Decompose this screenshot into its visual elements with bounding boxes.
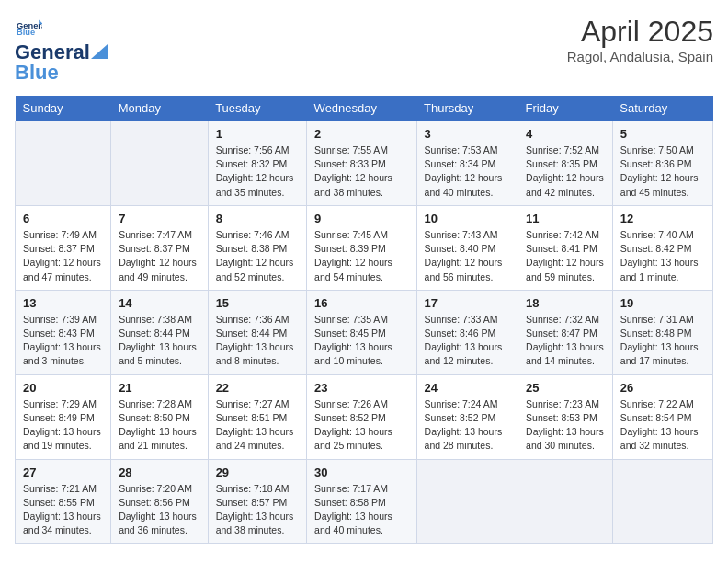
day-cell: 19Sunrise: 7:31 AMSunset: 8:48 PMDayligh… <box>612 290 712 374</box>
day-number: 8 <box>216 212 299 225</box>
header-cell-thursday: Thursday <box>416 96 518 121</box>
day-cell: 3Sunrise: 7:53 AMSunset: 8:34 PMDaylight… <box>416 121 518 206</box>
day-cell: 10Sunrise: 7:43 AMSunset: 8:40 PMDayligh… <box>416 205 518 290</box>
day-info: Sunrise: 7:50 AMSunset: 8:36 PMDaylight:… <box>620 144 705 200</box>
day-cell: 21Sunrise: 7:28 AMSunset: 8:50 PMDayligh… <box>111 374 209 459</box>
day-info: Sunrise: 7:43 AMSunset: 8:40 PMDaylight:… <box>425 228 511 284</box>
logo-triangle-icon <box>91 44 108 59</box>
calendar-subtitle: Ragol, Andalusia, Spain <box>567 49 713 64</box>
day-number: 28 <box>119 465 200 479</box>
title-block: April 2025 Ragol, Andalusia, Spain <box>567 15 713 64</box>
day-number: 20 <box>23 381 103 395</box>
day-number: 4 <box>526 127 605 141</box>
day-cell: 17Sunrise: 7:33 AMSunset: 8:46 PMDayligh… <box>416 290 518 374</box>
week-row-3: 13Sunrise: 7:39 AMSunset: 8:43 PMDayligh… <box>16 290 713 374</box>
day-number: 10 <box>425 212 511 225</box>
day-number: 27 <box>23 465 103 479</box>
day-cell <box>416 459 518 544</box>
day-number: 3 <box>425 127 511 141</box>
day-cell: 26Sunrise: 7:22 AMSunset: 8:54 PMDayligh… <box>612 374 712 459</box>
day-info: Sunrise: 7:53 AMSunset: 8:34 PMDaylight:… <box>425 144 511 200</box>
day-number: 17 <box>425 296 511 310</box>
day-number: 30 <box>314 465 408 479</box>
day-cell: 23Sunrise: 7:26 AMSunset: 8:52 PMDayligh… <box>307 374 416 459</box>
day-cell: 16Sunrise: 7:35 AMSunset: 8:45 PMDayligh… <box>307 290 416 374</box>
day-info: Sunrise: 7:18 AMSunset: 8:57 PMDaylight:… <box>216 482 299 538</box>
day-info: Sunrise: 7:39 AMSunset: 8:43 PMDaylight:… <box>23 313 103 369</box>
day-cell: 7Sunrise: 7:47 AMSunset: 8:37 PMDaylight… <box>111 205 209 290</box>
logo-icon: General Blue <box>17 15 42 40</box>
day-cell: 27Sunrise: 7:21 AMSunset: 8:55 PMDayligh… <box>16 459 111 544</box>
header-row: SundayMondayTuesdayWednesdayThursdayFrid… <box>16 96 713 121</box>
day-info: Sunrise: 7:17 AMSunset: 8:58 PMDaylight:… <box>314 482 408 538</box>
day-number: 11 <box>526 212 605 225</box>
day-cell: 2Sunrise: 7:55 AMSunset: 8:33 PMDaylight… <box>307 121 416 206</box>
day-number: 21 <box>119 381 200 395</box>
header-cell-saturday: Saturday <box>612 96 712 121</box>
day-info: Sunrise: 7:52 AMSunset: 8:35 PMDaylight:… <box>526 144 605 200</box>
day-cell: 9Sunrise: 7:45 AMSunset: 8:39 PMDaylight… <box>307 205 416 290</box>
day-cell: 14Sunrise: 7:38 AMSunset: 8:44 PMDayligh… <box>111 290 209 374</box>
day-cell: 18Sunrise: 7:32 AMSunset: 8:47 PMDayligh… <box>518 290 613 374</box>
day-cell <box>518 459 613 544</box>
day-info: Sunrise: 7:42 AMSunset: 8:41 PMDaylight:… <box>526 228 605 284</box>
day-info: Sunrise: 7:29 AMSunset: 8:49 PMDaylight:… <box>23 397 103 454</box>
day-cell: 5Sunrise: 7:50 AMSunset: 8:36 PMDaylight… <box>612 121 712 206</box>
day-number: 6 <box>23 212 103 225</box>
day-info: Sunrise: 7:55 AMSunset: 8:33 PMDaylight:… <box>314 144 408 200</box>
day-info: Sunrise: 7:38 AMSunset: 8:44 PMDaylight:… <box>119 313 200 369</box>
header-cell-monday: Monday <box>111 96 209 121</box>
day-info: Sunrise: 7:21 AMSunset: 8:55 PMDaylight:… <box>23 482 103 538</box>
day-info: Sunrise: 7:49 AMSunset: 8:37 PMDaylight:… <box>23 228 103 284</box>
header-cell-friday: Friday <box>518 96 613 121</box>
day-number: 1 <box>216 127 299 141</box>
day-number: 14 <box>119 296 200 310</box>
day-cell <box>111 121 209 206</box>
day-cell: 29Sunrise: 7:18 AMSunset: 8:57 PMDayligh… <box>208 459 306 544</box>
day-cell <box>612 459 712 544</box>
header-cell-tuesday: Tuesday <box>208 96 306 121</box>
day-info: Sunrise: 7:27 AMSunset: 8:51 PMDaylight:… <box>216 397 299 454</box>
day-number: 25 <box>526 381 605 395</box>
day-cell <box>16 121 111 206</box>
day-info: Sunrise: 7:35 AMSunset: 8:45 PMDaylight:… <box>314 313 408 369</box>
logo-blue: Blue <box>15 61 108 85</box>
header-cell-sunday: Sunday <box>16 96 111 121</box>
calendar-title: April 2025 <box>567 15 713 49</box>
calendar-table: SundayMondayTuesdayWednesdayThursdayFrid… <box>15 96 713 544</box>
day-cell: 1Sunrise: 7:56 AMSunset: 8:32 PMDaylight… <box>208 121 306 206</box>
day-cell: 11Sunrise: 7:42 AMSunset: 8:41 PMDayligh… <box>518 205 613 290</box>
day-cell: 13Sunrise: 7:39 AMSunset: 8:43 PMDayligh… <box>16 290 111 374</box>
calendar-body: 1Sunrise: 7:56 AMSunset: 8:32 PMDaylight… <box>16 121 713 544</box>
day-number: 22 <box>216 381 299 395</box>
day-number: 5 <box>620 127 705 141</box>
day-info: Sunrise: 7:32 AMSunset: 8:47 PMDaylight:… <box>526 313 605 369</box>
day-number: 15 <box>216 296 299 310</box>
logo: General Blue General Blue <box>15 15 108 85</box>
day-cell: 15Sunrise: 7:36 AMSunset: 8:44 PMDayligh… <box>208 290 306 374</box>
calendar-header: SundayMondayTuesdayWednesdayThursdayFrid… <box>16 96 713 121</box>
day-cell: 12Sunrise: 7:40 AMSunset: 8:42 PMDayligh… <box>612 205 712 290</box>
week-row-5: 27Sunrise: 7:21 AMSunset: 8:55 PMDayligh… <box>16 459 713 544</box>
svg-text:Blue: Blue <box>17 28 35 37</box>
day-info: Sunrise: 7:56 AMSunset: 8:32 PMDaylight:… <box>216 144 299 200</box>
day-cell: 24Sunrise: 7:24 AMSunset: 8:52 PMDayligh… <box>416 374 518 459</box>
day-number: 23 <box>314 381 408 395</box>
day-cell: 30Sunrise: 7:17 AMSunset: 8:58 PMDayligh… <box>307 459 416 544</box>
page-header: General Blue General Blue April 2025 Rag… <box>15 15 713 85</box>
day-number: 7 <box>119 212 200 225</box>
day-info: Sunrise: 7:20 AMSunset: 8:56 PMDaylight:… <box>119 482 200 538</box>
day-info: Sunrise: 7:24 AMSunset: 8:52 PMDaylight:… <box>425 397 511 454</box>
day-info: Sunrise: 7:26 AMSunset: 8:52 PMDaylight:… <box>314 397 408 454</box>
day-number: 13 <box>23 296 103 310</box>
day-cell: 25Sunrise: 7:23 AMSunset: 8:53 PMDayligh… <box>518 374 613 459</box>
day-info: Sunrise: 7:28 AMSunset: 8:50 PMDaylight:… <box>119 397 200 454</box>
day-info: Sunrise: 7:47 AMSunset: 8:37 PMDaylight:… <box>119 228 200 284</box>
day-info: Sunrise: 7:45 AMSunset: 8:39 PMDaylight:… <box>314 228 408 284</box>
day-info: Sunrise: 7:46 AMSunset: 8:38 PMDaylight:… <box>216 228 299 284</box>
day-cell: 22Sunrise: 7:27 AMSunset: 8:51 PMDayligh… <box>208 374 306 459</box>
day-info: Sunrise: 7:31 AMSunset: 8:48 PMDaylight:… <box>620 313 705 369</box>
day-cell: 8Sunrise: 7:46 AMSunset: 8:38 PMDaylight… <box>208 205 306 290</box>
day-cell: 28Sunrise: 7:20 AMSunset: 8:56 PMDayligh… <box>111 459 209 544</box>
week-row-2: 6Sunrise: 7:49 AMSunset: 8:37 PMDaylight… <box>16 205 713 290</box>
